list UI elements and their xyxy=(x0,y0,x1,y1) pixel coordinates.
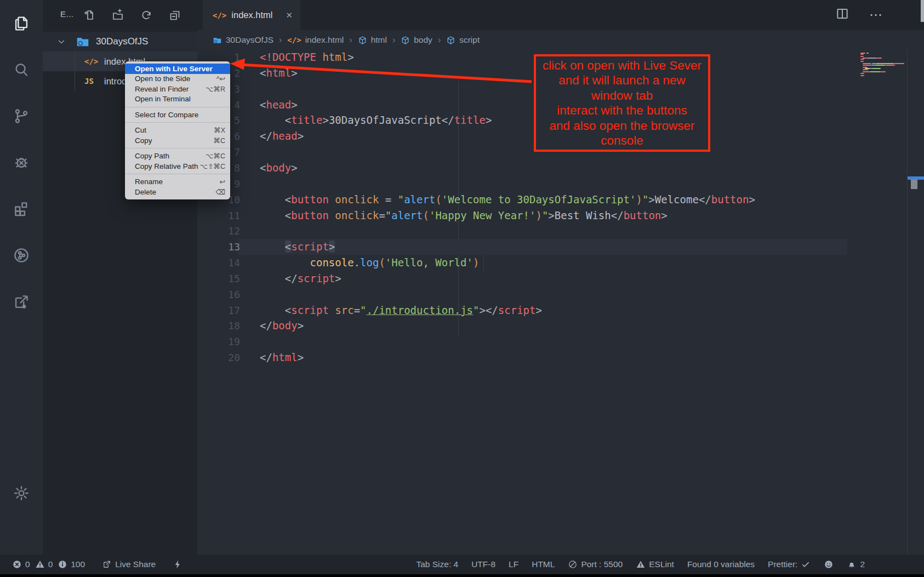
minimap-line xyxy=(866,53,869,54)
code-line-16[interactable]: 16 xyxy=(197,287,924,302)
symbol-cube-icon xyxy=(446,36,455,45)
menu-shortcut: ⌘X xyxy=(214,126,225,134)
tab-bar: </> index.html ✕ ⋯ xyxy=(197,0,924,30)
split-editor-icon[interactable] xyxy=(835,7,849,23)
editor-actions: ⋯ xyxy=(835,7,882,23)
minimap-line xyxy=(860,73,864,74)
source-control-icon[interactable] xyxy=(10,105,32,127)
status-item-prettier-[interactable]: Prettier: xyxy=(768,559,811,569)
menu-item-open-to-the-side[interactable]: Open to the Side^↩ xyxy=(125,74,230,84)
search-icon[interactable] xyxy=(10,59,32,81)
menu-separator xyxy=(125,148,230,148)
annotation-text: window tab xyxy=(536,88,708,104)
line-number: 16 xyxy=(197,287,240,302)
status-item-found-0-variables[interactable]: Found 0 variables xyxy=(687,559,755,569)
menu-item-select-for-compare[interactable]: Select for Compare xyxy=(125,110,230,120)
tab-index-html[interactable]: </> index.html ✕ xyxy=(203,0,300,30)
code-line-8[interactable]: 8<body> xyxy=(197,160,924,176)
settings-gear-icon[interactable] xyxy=(10,482,32,504)
minimap-line xyxy=(860,54,864,55)
new-folder-icon[interactable] xyxy=(111,9,124,22)
status-item-0[interactable]: 0 xyxy=(35,559,53,569)
menu-item-reveal-in-finder[interactable]: Reveal in Finder⌥⌘R xyxy=(125,84,230,94)
code-line-12[interactable]: 12 xyxy=(197,223,924,239)
breadcrumb-item-html[interactable]: html xyxy=(358,35,387,45)
code-line-20[interactable]: 20</html> xyxy=(197,350,924,365)
minimap-line xyxy=(872,68,881,69)
scrollbar-thumb[interactable] xyxy=(911,180,917,189)
breadcrumb-item-body[interactable]: body xyxy=(401,35,432,45)
status-item-live-share[interactable]: Live Share xyxy=(102,559,156,569)
annotation-text: interact with the buttons xyxy=(536,103,708,118)
breadcrumb-item-30DaysOfJS[interactable]: 30DaysOfJS xyxy=(213,35,273,45)
minimap-line xyxy=(875,65,885,66)
breadcrumb-item-index.html[interactable]: </>index.html xyxy=(287,35,344,45)
vscode-window: E... 30DaysOfJS</>index.htmlJSintroducti… xyxy=(0,0,924,577)
status-item-eslint[interactable]: ESLint xyxy=(636,559,674,569)
menu-item-open-with-live-server[interactable]: Open with Live Server xyxy=(125,64,230,74)
more-actions-icon[interactable]: ⋯ xyxy=(869,9,882,20)
status-item-lightning-icon[interactable] xyxy=(173,559,182,569)
menu-shortcut: ⌫ xyxy=(215,188,225,196)
status-item-2[interactable]: 2 xyxy=(847,559,865,569)
live-share-circle-icon[interactable] xyxy=(10,244,32,266)
code-line-18[interactable]: 18</body> xyxy=(197,318,924,334)
symbol-cube-icon xyxy=(358,36,367,45)
menu-item-cut[interactable]: Cut⌘X xyxy=(125,125,230,136)
line-number: 18 xyxy=(197,318,240,334)
collapse-all-icon[interactable] xyxy=(168,9,181,22)
menu-item-delete[interactable]: Delete⌫ xyxy=(125,187,230,197)
explorer-title: E... xyxy=(60,9,74,19)
breadcrumb-separator: › xyxy=(278,35,282,45)
debug-icon[interactable] xyxy=(10,151,32,173)
code-line-9[interactable]: 9 xyxy=(197,176,924,192)
status-item-smiley-icon[interactable] xyxy=(824,559,834,569)
folder-icon xyxy=(213,36,222,45)
status-item-tab-size-4[interactable]: Tab Size: 4 xyxy=(416,559,458,569)
menu-item-copy[interactable]: Copy⌘C xyxy=(125,135,230,146)
menu-item-rename[interactable]: Rename↩ xyxy=(125,177,230,187)
code-line-19[interactable]: 19 xyxy=(197,334,924,350)
info-icon xyxy=(58,559,67,569)
warning-icon xyxy=(35,559,45,569)
code-line-10[interactable]: 10 <button onclick = "alert('Welcome to … xyxy=(197,192,924,208)
context-menu: Open with Live ServerOpen to the Side^↩R… xyxy=(125,61,230,199)
code-text: </script> xyxy=(260,271,341,287)
share-icon[interactable] xyxy=(10,291,32,313)
status-item-html[interactable]: HTML xyxy=(532,559,555,569)
menu-shortcut: ^↩ xyxy=(216,75,225,83)
menu-shortcut: ⌥⇧⌘C xyxy=(200,162,225,170)
minimap[interactable] xyxy=(860,53,906,77)
tree-item-30DaysOfJS[interactable]: 30DaysOfJS xyxy=(43,32,197,52)
annotation-text: and it will launch a new xyxy=(536,73,708,88)
code-line-15[interactable]: 15 </script> xyxy=(197,271,924,287)
minimap-line xyxy=(877,58,881,59)
status-item-port-5500[interactable]: Port : 5500 xyxy=(568,559,623,569)
close-tab-icon[interactable]: ✕ xyxy=(286,10,293,20)
menu-item-copy-relative-path[interactable]: Copy Relative Path⌥⇧⌘C xyxy=(125,161,230,172)
files-icon[interactable] xyxy=(10,13,32,35)
minimap-line xyxy=(870,71,881,72)
code-text: </head> xyxy=(260,128,304,144)
status-item-utf-8[interactable]: UTF-8 xyxy=(471,559,495,569)
code-text: <body> xyxy=(260,160,298,176)
menu-item-copy-path[interactable]: Copy Path⌥⌘C xyxy=(125,151,230,162)
line-number: 13 xyxy=(197,239,240,255)
breadcrumb-item-script[interactable]: script xyxy=(446,35,480,45)
new-file-icon[interactable] xyxy=(83,9,96,22)
refresh-icon[interactable] xyxy=(140,9,153,22)
menu-item-open-in-terminal[interactable]: Open in Terminal xyxy=(125,94,230,105)
code-line-17[interactable]: 17 <script src="./introduction.js"></scr… xyxy=(197,302,924,318)
status-item-0[interactable]: 0 xyxy=(12,559,30,569)
code-line-13[interactable]: 13 <script> xyxy=(197,239,924,255)
status-item-lf[interactable]: LF xyxy=(509,559,518,569)
code-text: <script src="./introduction.js"></script… xyxy=(260,302,542,318)
extensions-icon[interactable] xyxy=(10,198,32,220)
tree-indent-guide xyxy=(75,52,75,91)
code-line-14[interactable]: 14 console.log('Hello, World') xyxy=(197,255,924,271)
breadcrumb-separator: › xyxy=(392,35,396,45)
code-line-11[interactable]: 11 <button onclick="alert('Happy New Yea… xyxy=(197,208,924,224)
status-item-100[interactable]: 100 xyxy=(58,559,85,569)
code-text: </body> xyxy=(260,318,304,334)
minimap-line xyxy=(867,58,877,59)
